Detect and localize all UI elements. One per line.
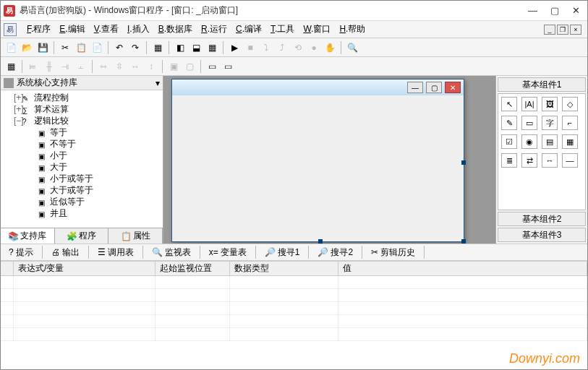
left-tab[interactable]: 🧩程序 [55, 228, 109, 244]
palette-component[interactable]: ◇ [562, 97, 578, 111]
palette-component[interactable]: |A| [521, 97, 537, 111]
menu-item[interactable]: W.窗口 [299, 23, 335, 35]
debug1-button[interactable]: ⤵ [259, 40, 273, 55]
palette-component[interactable]: ▤ [542, 134, 558, 149]
grid-col-expr[interactable]: 表达式/变量 [14, 262, 155, 275]
form-close-button[interactable]: ✕ [445, 82, 461, 93]
stop-button[interactable]: ■ [243, 40, 257, 55]
palette-component[interactable]: ▦ [562, 134, 578, 149]
menu-item[interactable]: C.编译 [231, 23, 266, 35]
find-button[interactable]: 🔍 [345, 40, 359, 55]
tree-node[interactable]: ▣小于或等于 [4, 173, 160, 184]
align-right-button[interactable]: ⫣ [58, 59, 72, 74]
palette-component[interactable]: ⇄ [521, 153, 537, 168]
tab-button[interactable]: ▭ [221, 59, 235, 74]
form-canvas[interactable] [172, 95, 464, 241]
tree-node[interactable]: [+]✎流程控制 [4, 92, 160, 103]
align-top-button[interactable]: ⫠ [74, 59, 88, 74]
layout2-button[interactable]: ⬓ [189, 40, 203, 55]
menu-item[interactable]: I.插入 [123, 23, 154, 35]
mdi-restore-button[interactable]: ❐ [557, 25, 568, 35]
left-tab[interactable]: 📚支持库 [1, 228, 55, 244]
breakpoint-button[interactable]: ● [307, 40, 321, 55]
resize-handle-se[interactable] [461, 239, 466, 244]
bottom-tab[interactable]: ✂剪辑历史 [366, 244, 420, 261]
form-button[interactable]: ▭ [205, 59, 219, 74]
bottom-tab[interactable]: 🔍监视表 [147, 244, 196, 261]
tree-node[interactable]: ▣大于 [4, 161, 160, 173]
maximize-button[interactable]: ▢ [550, 5, 559, 16]
copy-button[interactable]: 📋 [74, 40, 88, 55]
close-button[interactable]: ✕ [572, 5, 580, 16]
palette-component[interactable]: ✎ [501, 116, 517, 130]
save-button[interactable]: 💾 [35, 40, 50, 55]
left-tab[interactable]: 📋属性 [108, 228, 163, 244]
form-minimize-button[interactable]: — [407, 82, 423, 93]
debug2-button[interactable]: ⤴ [275, 40, 289, 55]
expand-icon[interactable]: [−] [14, 115, 22, 126]
palette-component[interactable]: 🖼 [542, 97, 558, 111]
bottom-tab[interactable]: 🔎搜寻1 [260, 244, 305, 261]
new-button[interactable]: 📄 [4, 40, 18, 55]
tree-node[interactable]: ▣近似等于 [4, 196, 160, 207]
debug3-button[interactable]: ⟲ [291, 40, 305, 55]
tree-body[interactable]: [+]✎流程控制[+]∑算术运算[−]?逻辑比较▣等于▣不等于▣小于▣大于▣小于… [1, 90, 163, 228]
panel-button[interactable]: ▦ [150, 40, 165, 55]
tree-node[interactable]: ▣小于 [4, 150, 160, 161]
menu-item[interactable]: F.程序 [22, 23, 55, 35]
redo-button[interactable]: ↷ [128, 40, 142, 55]
grid-col-start[interactable]: 起始监视位置 [155, 262, 230, 275]
expand-icon[interactable]: [+] [14, 92, 22, 103]
layout1-button[interactable]: ◧ [173, 40, 187, 55]
bottom-tab[interactable]: ☰调用表 [93, 244, 139, 261]
resize-handle-e[interactable] [461, 160, 466, 165]
tree-node[interactable]: ▣大于或等于 [4, 184, 160, 196]
expand-icon[interactable]: [+] [14, 103, 22, 115]
open-button[interactable]: 📂 [20, 40, 34, 55]
palette-group-1[interactable]: 基本组件1 [498, 77, 586, 92]
same-width-button[interactable]: ↔ [128, 59, 142, 74]
minimize-button[interactable]: — [528, 5, 537, 16]
palette-component[interactable]: 字 [542, 116, 558, 130]
palette-component[interactable]: ≣ [501, 153, 517, 168]
run-button[interactable]: ▶ [227, 40, 242, 55]
mdi-close-button[interactable]: × [570, 25, 581, 35]
grid-col-type[interactable]: 数据类型 [230, 262, 338, 275]
grid-body[interactable] [1, 276, 587, 348]
dist-h-button[interactable]: ⇿ [96, 59, 111, 74]
align-center-button[interactable]: ╫ [42, 59, 56, 74]
align-left-button[interactable]: ⫢ [26, 59, 41, 74]
layout3-button[interactable]: ▦ [205, 40, 219, 55]
resize-handle-s[interactable] [318, 239, 323, 244]
form-designer-window[interactable]: — ▢ ✕ [171, 79, 464, 242]
palette-component[interactable]: ↖ [501, 97, 517, 111]
grid-toggle-button[interactable]: ▦ [4, 59, 18, 74]
grid-col-value[interactable]: 值 [338, 262, 587, 275]
palette-component[interactable]: ▭ [521, 116, 537, 130]
bottom-tab[interactable]: ?提示 [4, 244, 38, 261]
menu-item[interactable]: T.工具 [266, 23, 299, 35]
palette-group-2[interactable]: 基本组件2 [498, 212, 586, 226]
bottom-tab[interactable]: 🔎搜寻2 [312, 244, 358, 261]
paste-button[interactable]: 📄 [90, 40, 104, 55]
tree-node[interactable]: [−]?逻辑比较 [4, 115, 160, 126]
menu-item[interactable]: V.查看 [90, 23, 123, 35]
cut-button[interactable]: ✂ [58, 40, 72, 55]
menu-item[interactable]: H.帮助 [335, 23, 370, 35]
palette-component[interactable]: ☑ [501, 134, 517, 149]
menu-item[interactable]: E.编辑 [55, 23, 89, 35]
same-height-button[interactable]: ↕ [144, 59, 158, 74]
tree-node[interactable]: [+]∑算术运算 [4, 103, 160, 115]
menu-item[interactable]: R.运行 [197, 23, 231, 35]
tree-node[interactable]: ▣不等于 [4, 138, 160, 150]
tree-node[interactable]: ▣并且 [4, 207, 160, 219]
palette-component[interactable]: — [562, 153, 578, 168]
bottom-tab[interactable]: x=变量表 [204, 244, 252, 261]
palette-group-3[interactable]: 基本组件3 [498, 228, 586, 242]
palette-component[interactable]: ↔ [542, 153, 558, 168]
mdi-minimize-button[interactable]: _ [544, 25, 555, 35]
hand-button[interactable]: ✋ [323, 40, 337, 55]
menu-item[interactable]: B.数据库 [154, 23, 197, 35]
tree-dropdown-icon[interactable]: ▾ [155, 78, 160, 88]
undo-button[interactable]: ↶ [112, 40, 127, 55]
